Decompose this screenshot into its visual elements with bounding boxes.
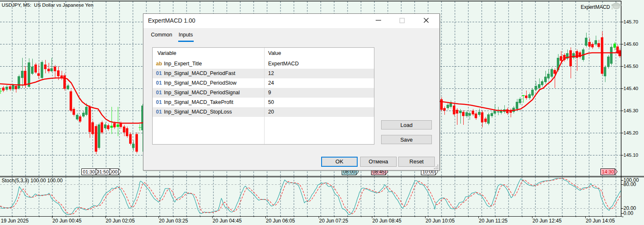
svg-text:20 Jun 03:25: 20 Jun 03:25: [159, 218, 188, 224]
svg-text:20 Jun 14:05: 20 Jun 14:05: [586, 218, 615, 224]
svg-text:20 Jun 00:45: 20 Jun 00:45: [52, 218, 82, 224]
svg-text:80.00: 80.00: [623, 181, 636, 187]
svg-text:01:50: 01:50: [97, 169, 109, 174]
svg-text:Stoch(5,3,3) 100.00 100.00: Stoch(5,3,3) 100.00 100.00: [2, 178, 63, 184]
svg-text:20 Jun 10:05: 20 Jun 10:05: [426, 218, 455, 224]
svg-text:20 Jun 04:45: 20 Jun 04:45: [213, 218, 242, 224]
svg-text:14:30: 14:30: [602, 169, 614, 174]
svg-text:145.60: 145.60: [623, 41, 638, 47]
svg-text:20 Jun 11:25: 20 Jun 11:25: [479, 218, 508, 224]
svg-text:01:30: 01:30: [83, 169, 95, 174]
svg-text:20 Jun 02:05: 20 Jun 02:05: [106, 218, 135, 224]
svg-text:145.70: 145.70: [623, 19, 638, 24]
svg-text:145.50: 145.50: [623, 64, 638, 69]
svg-text:145.30: 145.30: [623, 108, 638, 113]
svg-text:USDJPY, M5: US Dollar vs Japa: USDJPY, M5: US Dollar vs Japanese Yen: [2, 2, 93, 8]
svg-text:145.10: 145.10: [623, 153, 638, 158]
svg-text:145.20: 145.20: [623, 130, 638, 135]
svg-text:20 Jun 06:05: 20 Jun 06:05: [266, 218, 295, 224]
svg-text:19 Jun 2025: 19 Jun 2025: [1, 218, 29, 224]
svg-text:20 Jun 12:45: 20 Jun 12:45: [532, 218, 562, 224]
svg-text:ExpertMACD: ExpertMACD: [581, 4, 610, 10]
svg-text:20 Jun 07:25: 20 Jun 07:25: [319, 218, 348, 224]
svg-text:20 Jun 08:45: 20 Jun 08:45: [372, 218, 402, 224]
svg-text:0.00: 0.00: [623, 210, 634, 216]
svg-text:145.40: 145.40: [623, 86, 638, 91]
